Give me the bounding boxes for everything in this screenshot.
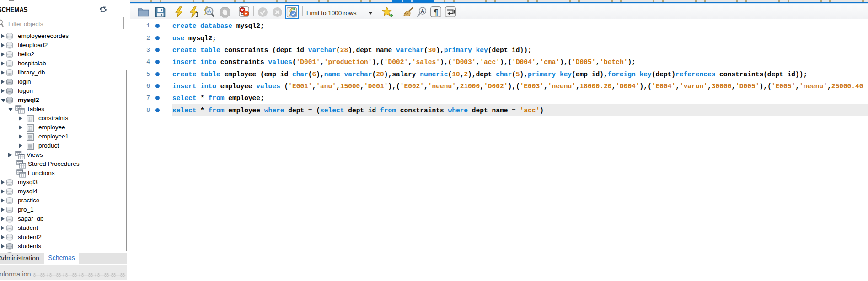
svg-text:¶: ¶ xyxy=(434,8,438,17)
svg-text:A: A xyxy=(421,8,424,14)
